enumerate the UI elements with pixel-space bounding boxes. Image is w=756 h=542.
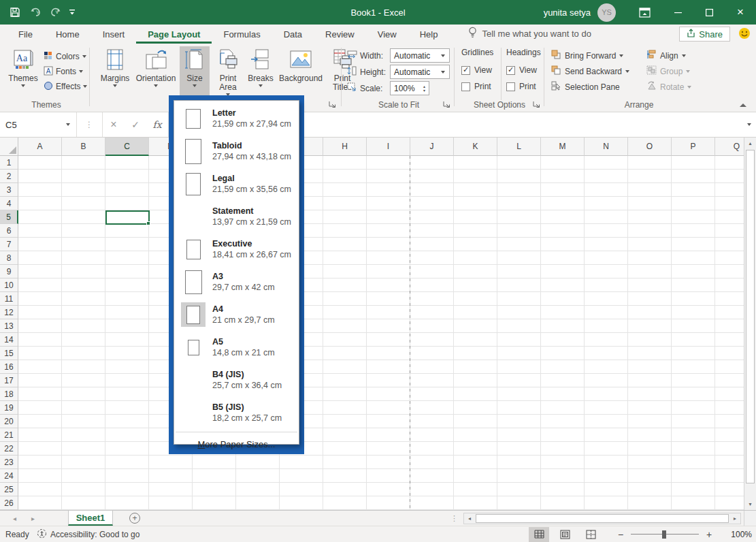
background-button[interactable]: Background: [278, 46, 324, 99]
page-setup-dialog-launcher-icon[interactable]: [329, 100, 338, 109]
row-header-20[interactable]: 20: [0, 415, 18, 428]
maximize-button[interactable]: [693, 0, 725, 25]
column-header-J[interactable]: J: [410, 138, 454, 156]
column-header-I[interactable]: I: [367, 138, 410, 156]
paper-size-item-statement[interactable]: Statement13,97 cm x 21,59 cm: [174, 200, 299, 233]
bring-forward-button[interactable]: Bring Forward: [551, 48, 630, 63]
scale-to-fit-dialog-launcher-icon[interactable]: [443, 100, 452, 109]
fill-handle[interactable]: [146, 221, 150, 225]
normal-view-button[interactable]: [529, 527, 549, 542]
page-layout-view-button[interactable]: [555, 527, 575, 542]
row-header-10[interactable]: 10: [0, 278, 18, 292]
horizontal-scroll-thumb[interactable]: [476, 514, 729, 523]
column-header-A[interactable]: A: [18, 138, 62, 156]
column-header-H[interactable]: H: [323, 138, 367, 156]
gridlines-view-checkbox[interactable]: View: [461, 62, 504, 78]
row-header-22[interactable]: 22: [0, 442, 18, 456]
undo-icon[interactable]: ˅: [30, 7, 39, 17]
colors-button[interactable]: Colors: [44, 49, 88, 64]
selected-cell[interactable]: [105, 210, 150, 225]
height-dropdown[interactable]: Automatic: [390, 65, 450, 79]
splitter-grip-icon[interactable]: ⋮: [450, 514, 458, 523]
column-header-L[interactable]: L: [497, 138, 541, 156]
width-dropdown[interactable]: Automatic: [390, 48, 450, 63]
horizontal-scrollbar[interactable]: ◂ ▸: [463, 513, 741, 524]
send-backward-button[interactable]: Send Backward: [551, 63, 630, 79]
scroll-up-icon[interactable]: ▴: [744, 138, 756, 149]
new-sheet-button[interactable]: +: [129, 513, 140, 524]
size-button[interactable]: Size: [180, 46, 210, 99]
row-header-14[interactable]: 14: [0, 333, 18, 347]
headings-print-checkbox[interactable]: Print: [506, 78, 548, 95]
select-all-corner[interactable]: [0, 138, 18, 156]
sheet-options-dialog-launcher-icon[interactable]: [533, 100, 542, 109]
column-header-O[interactable]: O: [628, 138, 672, 156]
paper-size-item-legal[interactable]: Legal21,59 cm x 35,56 cm: [174, 168, 299, 200]
vertical-scroll-thumb[interactable]: [746, 150, 755, 483]
enter-check-icon[interactable]: ✓: [125, 119, 146, 130]
tab-file[interactable]: File: [7, 26, 44, 44]
column-header-B[interactable]: B: [62, 138, 105, 156]
zoom-slider-thumb[interactable]: [662, 530, 666, 539]
row-header-9[interactable]: 9: [0, 265, 18, 278]
scroll-right-icon[interactable]: ▸: [729, 515, 740, 522]
column-header-M[interactable]: M: [541, 138, 585, 156]
gridlines-print-checkbox[interactable]: Print: [461, 78, 504, 95]
customize-quick-access-icon[interactable]: [69, 9, 76, 16]
row-header-24[interactable]: 24: [0, 469, 18, 483]
scroll-down-icon[interactable]: ▾: [744, 498, 756, 510]
row-header-16[interactable]: 16: [0, 360, 18, 374]
cancel-icon[interactable]: ×: [103, 118, 125, 131]
row-header-12[interactable]: 12: [0, 306, 18, 319]
group-button[interactable]: Group: [646, 63, 692, 79]
tab-view[interactable]: View: [366, 26, 408, 44]
column-header-C[interactable]: C: [105, 138, 149, 156]
redo-icon[interactable]: ˅: [49, 7, 59, 17]
paper-size-item-b5-jis-[interactable]: B5 (JIS)18,2 cm x 25,7 cm: [174, 396, 299, 429]
ribbon-display-options-icon[interactable]: [631, 0, 658, 25]
sheet-nav-right-icon[interactable]: ▸: [31, 515, 35, 522]
vertical-scrollbar[interactable]: ▴ ▾: [744, 138, 756, 510]
tab-home[interactable]: Home: [44, 26, 91, 44]
zoom-percentage[interactable]: 100%: [721, 530, 752, 539]
paper-size-item-a4[interactable]: A421 cm x 29,7 cm: [174, 298, 299, 331]
expand-formula-bar-icon[interactable]: [742, 112, 756, 137]
row-header-4[interactable]: 4: [0, 197, 18, 210]
more-paper-sizes-item[interactable]: More Paper Sizes...: [174, 435, 299, 453]
share-button[interactable]: Share: [679, 27, 730, 42]
zoom-in-icon[interactable]: +: [702, 529, 717, 540]
paper-size-item-b4-jis-[interactable]: B4 (JIS)25,7 cm x 36,4 cm: [174, 364, 299, 396]
tab-data[interactable]: Data: [272, 26, 314, 44]
sheet-nav-left-icon[interactable]: ◂: [13, 515, 16, 522]
row-header-8[interactable]: 8: [0, 251, 18, 265]
insert-function-icon[interactable]: fx: [146, 119, 168, 130]
column-header-Q[interactable]: Q: [715, 138, 744, 156]
column-header-K[interactable]: K: [454, 138, 497, 156]
row-header-11[interactable]: 11: [0, 292, 18, 306]
tab-review[interactable]: Review: [314, 26, 366, 44]
column-header-N[interactable]: N: [585, 138, 628, 156]
effects-button[interactable]: Effects: [44, 79, 88, 94]
name-box[interactable]: C5: [0, 112, 77, 137]
column-header-P[interactable]: P: [672, 138, 715, 156]
row-header-23[interactable]: 23: [0, 456, 18, 469]
page-break-preview-button[interactable]: [580, 527, 601, 542]
paper-size-item-executive[interactable]: Executive18,41 cm x 26,67 cm: [174, 233, 299, 266]
worksheet-grid[interactable]: ABCDEFGHIJKLMNOPQ 1234567891011121314151…: [0, 138, 744, 510]
paper-size-item-letter[interactable]: Letter21,59 cm x 27,94 cm: [174, 102, 299, 135]
scroll-left-icon[interactable]: ◂: [464, 515, 475, 522]
print-area-button[interactable]: Print Area: [211, 46, 245, 99]
tab-insert[interactable]: Insert: [91, 26, 137, 44]
headings-view-checkbox[interactable]: View: [506, 62, 548, 78]
tab-page-layout[interactable]: Page Layout: [136, 26, 212, 44]
scale-input[interactable]: 100%▴▾: [390, 81, 429, 95]
user-name[interactable]: yunita setya: [544, 7, 591, 18]
tab-help[interactable]: Help: [408, 26, 450, 44]
margins-button[interactable]: Margins: [98, 46, 132, 99]
feedback-smiley-icon[interactable]: [738, 27, 751, 42]
align-button[interactable]: Align: [646, 48, 692, 63]
row-header-2[interactable]: 2: [0, 170, 18, 183]
accessibility-status[interactable]: Accessibility: Good to go: [37, 528, 139, 541]
selection-pane-button[interactable]: Selection Pane: [551, 79, 630, 95]
collapse-ribbon-icon[interactable]: [740, 103, 746, 108]
